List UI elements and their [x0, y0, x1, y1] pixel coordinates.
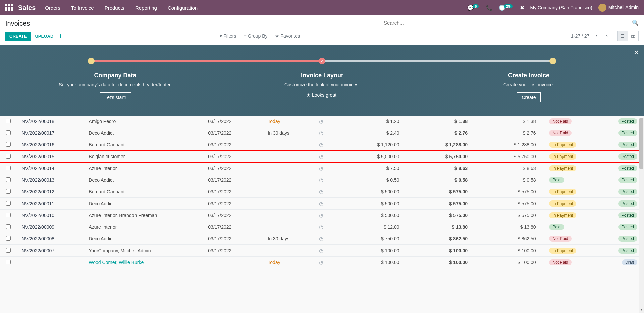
activity-cell[interactable]: ◔ [316, 163, 341, 174]
activity-cell[interactable]: ◔ [316, 245, 341, 257]
menu-reporting[interactable]: Reporting [135, 5, 157, 11]
company-selector[interactable]: My Company (San Francisco) [530, 5, 592, 10]
table-row[interactable]: INV/2022/00012 Bernard Gagnant 03/17/202… [0, 186, 644, 198]
row-checkbox[interactable] [6, 119, 11, 123]
table-row[interactable]: INV/2022/00011 Deco Addict 03/17/2022 ◔ … [0, 198, 644, 210]
clock-icon: ◔ [319, 177, 323, 183]
payment-status: In Payment [546, 151, 601, 163]
row-checkbox[interactable] [6, 248, 11, 253]
search-field[interactable]: 🔍 [384, 19, 639, 27]
row-checkbox[interactable] [6, 177, 11, 182]
scroll-down-icon[interactable]: ▼ [639, 308, 644, 313]
activity-cell[interactable]: ◔ [316, 221, 341, 233]
activity-cell[interactable]: ◔ [316, 233, 341, 245]
customer-name: Bernard Gagnant [85, 139, 205, 151]
groupby-button[interactable]: ≡ Group By [244, 33, 267, 39]
table-row[interactable]: INV/2022/00018 Amigo Pedro 03/17/2022 To… [0, 116, 644, 127]
row-checkbox[interactable] [6, 236, 11, 241]
vertical-scrollbar[interactable]: ▲ ▼ [639, 118, 644, 313]
favorites-button[interactable]: ★ Favorites [275, 33, 300, 39]
row-checkbox[interactable] [6, 130, 11, 135]
invoice-date: 03/17/2022 [205, 233, 264, 245]
search-input[interactable] [384, 20, 632, 26]
row-checkbox[interactable] [6, 166, 11, 170]
filters-button[interactable]: ▾ Filters [220, 33, 236, 39]
row-checkbox[interactable] [6, 260, 11, 264]
activity-cell[interactable]: ◔ [316, 151, 341, 163]
menu-products[interactable]: Products [105, 5, 124, 11]
step-desc: Create your first invoice. [434, 82, 624, 88]
search-icon[interactable]: 🔍 [632, 19, 639, 26]
scroll-thumb[interactable] [639, 118, 643, 169]
close-tray-icon[interactable]: ✖ [520, 5, 524, 11]
table-row[interactable]: Wood Corner, Willie Burke Today ◔ $ 100.… [0, 257, 644, 268]
activity-icon[interactable]: 🕘29 [499, 5, 514, 11]
app-brand[interactable]: Sales [18, 4, 36, 12]
create-button[interactable]: CREATE [5, 32, 31, 41]
row-checkbox[interactable] [6, 213, 11, 217]
row-checkbox[interactable] [6, 142, 11, 147]
activity-cell[interactable]: ◔ [316, 116, 341, 127]
list-view-button[interactable]: ☰ [617, 31, 628, 41]
pager-prev-icon[interactable]: ‹ [593, 32, 600, 40]
status: Posted [601, 127, 644, 139]
row-checkbox[interactable] [6, 201, 11, 206]
onboarding-banner: ✕ ✓ Company Data Set your company's data… [0, 45, 644, 116]
chat-icon[interactable]: 💬6 [467, 5, 480, 11]
table-row[interactable]: INV/2022/00017 Deco Addict 03/17/2022 In… [0, 127, 644, 139]
table-row[interactable]: INV/2022/00009 Azure Interior 03/17/2022… [0, 221, 644, 233]
row-checkbox[interactable] [6, 224, 11, 229]
upload-button[interactable]: UPLOAD [31, 32, 57, 41]
step-title: Company Data [20, 72, 210, 79]
phone-icon[interactable]: 📞 [486, 5, 493, 11]
pager-count[interactable]: 1-27 / 27 [571, 33, 589, 39]
invoice-table: INV/2022/00018 Amigo Pedro 03/17/2022 To… [0, 116, 644, 268]
table-row[interactable]: INV/2022/00007 YourCompany, Mitchell Adm… [0, 245, 644, 257]
menu-configuration[interactable]: Configuration [168, 5, 198, 11]
kanban-view-button[interactable]: ▦ [628, 31, 639, 41]
activity-cell[interactable]: ◔ [316, 210, 341, 221]
payment-status: In Payment [546, 163, 601, 174]
apps-icon[interactable] [5, 4, 13, 12]
payment-status: Not Paid [546, 116, 601, 127]
lets-start-button[interactable]: Let's start! [100, 92, 131, 102]
status: Draft [601, 257, 644, 268]
table-row[interactable]: INV/2022/00016 Bernard Gagnant 03/17/202… [0, 139, 644, 151]
table-row[interactable]: INV/2022/00015 Belgian customer 03/17/20… [0, 151, 644, 163]
due-date: Today [264, 257, 316, 268]
table-row[interactable]: INV/2022/00008 Deco Addict 03/17/2022 In… [0, 233, 644, 245]
total-amount: $ 575.00 [410, 210, 478, 221]
row-checkbox[interactable] [6, 189, 11, 194]
total-amount: $ 575.00 [410, 186, 478, 198]
activity-cell[interactable]: ◔ [316, 139, 341, 151]
close-icon[interactable]: ✕ [634, 48, 639, 56]
due-date [264, 163, 316, 174]
table-row[interactable]: INV/2022/00010 Azure Interior, Brandon F… [0, 210, 644, 221]
table-row[interactable]: INV/2022/00014 Azure Interior 03/17/2022… [0, 163, 644, 174]
upload-icon[interactable]: ⬆ [59, 33, 63, 39]
control-panel: Invoices 🔍 CREATE UPLOAD ⬆ ▾ Filters ≡ G… [0, 15, 644, 45]
invoice-number: INV/2022/00014 [17, 163, 85, 174]
activity-cell[interactable]: ◔ [316, 186, 341, 198]
activity-cell[interactable]: ◔ [316, 127, 341, 139]
invoice-number: INV/2022/00015 [17, 151, 85, 163]
invoice-number: INV/2022/00007 [17, 245, 85, 257]
amount-due: $ 13.80 [478, 221, 546, 233]
customer-name: Wood Corner, Willie Burke [85, 257, 205, 268]
invoice-date: 03/17/2022 [205, 163, 264, 174]
activity-cell[interactable]: ◔ [316, 257, 341, 268]
menu-to-invoice[interactable]: To Invoice [71, 5, 94, 11]
table-row[interactable]: INV/2022/00013 Deco Addict 03/17/2022 ◔ … [0, 174, 644, 186]
menu-orders[interactable]: Orders [45, 5, 60, 11]
amount-due: $ 100.00 [478, 245, 546, 257]
invoice-number: INV/2022/00010 [17, 210, 85, 221]
user-menu[interactable]: Mitchell Admin [598, 4, 639, 12]
create-invoice-button[interactable]: Create [517, 92, 541, 102]
untaxed-amount: $ 1.20 [341, 116, 409, 127]
pager-next-icon[interactable]: › [603, 32, 610, 40]
clock-icon: ◔ [319, 189, 323, 194]
customer-name: Azure Interior, Brandon Freeman [85, 210, 205, 221]
activity-cell[interactable]: ◔ [316, 198, 341, 210]
activity-cell[interactable]: ◔ [316, 174, 341, 186]
row-checkbox[interactable] [6, 154, 11, 159]
